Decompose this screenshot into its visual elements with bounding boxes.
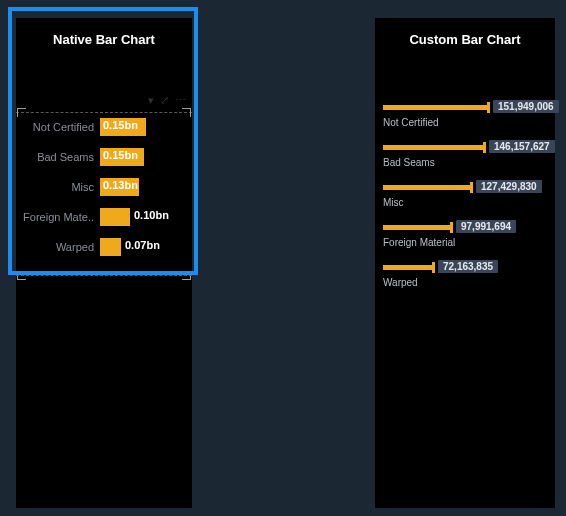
custom-value-label: 146,157,627 — [489, 140, 555, 153]
custom-category-label: Foreign Material — [383, 234, 547, 248]
custom-value-label: 151,949,006 — [493, 100, 559, 113]
native-bar-wrap: 0.15bn — [100, 116, 192, 138]
resize-handle-bl[interactable] — [17, 271, 26, 280]
native-bar-row: Foreign Mate..0.10bn — [16, 202, 192, 232]
custom-category-label: Not Certified — [383, 114, 547, 128]
native-value-label: 0.13bn — [103, 179, 138, 191]
native-category-label: Not Certified — [16, 121, 100, 133]
native-category-label: Warped — [16, 241, 100, 253]
custom-bar-line: 127,429,830 — [383, 180, 547, 194]
more-options-icon[interactable]: ⋯ — [175, 94, 186, 107]
custom-chart-area: 151,949,006Not Certified146,157,627Bad S… — [375, 100, 555, 300]
custom-bar[interactable] — [383, 145, 483, 150]
custom-value-label: 127,429,830 — [476, 180, 542, 193]
custom-bar[interactable] — [383, 225, 450, 230]
custom-bar-line: 72,163,835 — [383, 260, 547, 274]
resize-handle-br[interactable] — [182, 271, 191, 280]
visual-header-toolbar[interactable]: ▾ ⤢ ⋯ — [148, 94, 186, 107]
native-bar-row: Misc0.13bn — [16, 172, 192, 202]
custom-bar-line: 151,949,006 — [383, 100, 547, 114]
custom-bar[interactable] — [383, 105, 487, 110]
custom-category-label: Bad Seams — [383, 154, 547, 168]
custom-bar-row: 151,949,006Not Certified — [383, 100, 547, 128]
focus-mode-icon[interactable]: ⤢ — [160, 94, 169, 107]
custom-bar-cap — [450, 222, 453, 233]
native-bar-row: Bad Seams0.15bn — [16, 142, 192, 172]
native-chart-area: Not Certified0.15bnBad Seams0.15bnMisc0.… — [16, 112, 192, 276]
native-title: Native Bar Chart — [16, 18, 192, 47]
native-bar[interactable] — [100, 208, 130, 226]
custom-bar[interactable] — [383, 265, 432, 270]
custom-bar[interactable] — [383, 185, 470, 190]
native-bar-chart-panel[interactable]: Native Bar Chart ▾ ⤢ ⋯ Not Certified0.15… — [16, 18, 192, 508]
custom-bar-row: 97,991,694Foreign Material — [383, 220, 547, 248]
custom-value-label: 72,163,835 — [438, 260, 498, 273]
resize-handle-tl[interactable] — [17, 108, 26, 117]
native-bar[interactable] — [100, 238, 121, 256]
native-bar-wrap: 0.13bn — [100, 176, 192, 198]
native-category-label: Foreign Mate.. — [16, 211, 100, 223]
native-bar-wrap: 0.07bn — [100, 236, 192, 258]
native-value-label: 0.10bn — [134, 209, 169, 221]
native-value-label: 0.15bn — [103, 149, 138, 161]
custom-bar-cap — [470, 182, 473, 193]
custom-bar-row: 72,163,835Warped — [383, 260, 547, 288]
custom-bar-cap — [487, 102, 490, 113]
native-bar-row: Warped0.07bn — [16, 232, 192, 262]
custom-bar-cap — [483, 142, 486, 153]
custom-category-label: Warped — [383, 274, 547, 288]
custom-bar-chart-panel[interactable]: Custom Bar Chart 151,949,006Not Certifie… — [375, 18, 555, 508]
native-category-label: Misc — [16, 181, 100, 193]
custom-value-label: 97,991,694 — [456, 220, 516, 233]
custom-bar-line: 146,157,627 — [383, 140, 547, 154]
filter-icon[interactable]: ▾ — [148, 94, 154, 107]
native-bar-row: Not Certified0.15bn — [16, 112, 192, 142]
custom-title: Custom Bar Chart — [375, 18, 555, 47]
native-value-label: 0.07bn — [125, 239, 160, 251]
native-bar-wrap: 0.10bn — [100, 206, 192, 228]
custom-category-label: Misc — [383, 194, 547, 208]
custom-bar-row: 146,157,627Bad Seams — [383, 140, 547, 168]
canvas: Native Bar Chart ▾ ⤢ ⋯ Not Certified0.15… — [0, 0, 566, 516]
native-category-label: Bad Seams — [16, 151, 100, 163]
custom-bar-cap — [432, 262, 435, 273]
native-bar-wrap: 0.15bn — [100, 146, 192, 168]
native-value-label: 0.15bn — [103, 119, 138, 131]
custom-bar-row: 127,429,830Misc — [383, 180, 547, 208]
custom-bar-line: 97,991,694 — [383, 220, 547, 234]
